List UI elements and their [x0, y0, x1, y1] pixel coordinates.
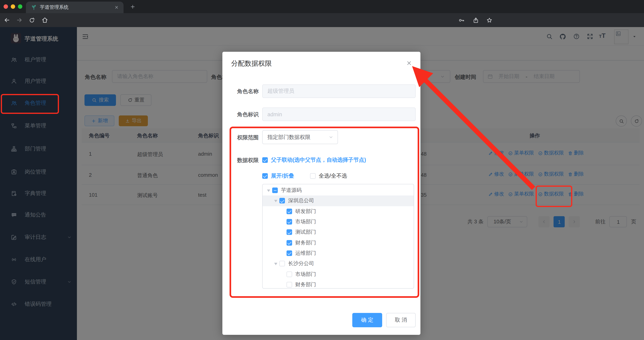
forward-icon[interactable]: [16, 17, 23, 23]
tree-checkbox-checked[interactable]: [279, 198, 285, 204]
dept-tree: 芋道源码 深圳总公司 研发部门 市场部门 测试部门 财务部门 运维部门 长沙分公…: [262, 184, 414, 289]
caret-down-icon[interactable]: [274, 200, 277, 204]
dialog-perm-label: 数据权限: [222, 157, 259, 164]
traffic-close-button[interactable]: [4, 4, 8, 8]
browser-tabstrip: 芋道管理系统: [0, 0, 644, 13]
confirm-button[interactable]: 确 定: [352, 313, 382, 327]
tab-favicon-leaf-icon: [31, 4, 37, 10]
tree-checkbox-unchecked[interactable]: [279, 261, 285, 266]
dialog-close-icon[interactable]: [406, 60, 412, 66]
dialog-title: 分配数据权限: [231, 59, 272, 68]
dialog-role-name-input[interactable]: [262, 84, 416, 98]
new-tab-icon[interactable]: [130, 4, 136, 9]
tree-checkbox-checked[interactable]: [286, 208, 292, 214]
tree-checkbox-indeterminate[interactable]: [272, 188, 278, 193]
reload-icon[interactable]: [29, 17, 35, 23]
share-icon[interactable]: [473, 17, 479, 23]
tree-checkbox-unchecked[interactable]: [286, 282, 292, 288]
select-chevron-down-icon: [328, 135, 334, 140]
dialog-role-key-input[interactable]: [262, 107, 416, 121]
traffic-minimize-button[interactable]: [11, 4, 15, 8]
home-icon[interactable]: [42, 17, 48, 23]
tree-checkbox-checked[interactable]: [286, 250, 292, 256]
tab-close-icon[interactable]: [114, 5, 119, 9]
tree-checkbox-checked[interactable]: [286, 219, 292, 225]
tree-node[interactable]: 测试部门: [262, 227, 414, 238]
tree-checkbox-checked[interactable]: [286, 230, 292, 235]
password-key-icon[interactable]: [458, 17, 465, 23]
expand-checkbox[interactable]: [262, 173, 268, 179]
tree-checkbox-unchecked[interactable]: [286, 271, 292, 277]
linkage-checkbox-row[interactable]: 父子联动(选中父节点，自动选择子节点): [262, 156, 366, 164]
tree-node[interactable]: 市场部门: [262, 269, 414, 280]
caret-down-icon[interactable]: [274, 263, 277, 267]
caret-down-icon[interactable]: [267, 189, 270, 193]
tree-node[interactable]: 财务部门: [262, 279, 414, 289]
expand-collapse-row: 展开/折叠 全选/全不选: [262, 172, 347, 180]
tree-checkbox-checked[interactable]: [286, 240, 292, 246]
linkage-label: 父子联动(选中父节点，自动选择子节点): [271, 156, 366, 164]
screen: 芋道管理系统 不安全 | dashboard.yudao.iocoder.cn/…: [0, 0, 644, 340]
assign-data-permission-dialog: 分配数据权限 角色名称 角色标识 权限范围 指定部门数据权限 数据权限 父子联动…: [222, 52, 420, 335]
scope-select[interactable]: 指定部门数据权限: [262, 130, 338, 144]
dialog-role-key-label: 角色标识: [222, 111, 259, 118]
select-all-label: 全选/全不选: [319, 172, 347, 180]
tree-node-root[interactable]: 芋道源码: [262, 185, 414, 196]
tree-node[interactable]: 深圳总公司: [262, 196, 414, 206]
tree-node[interactable]: 财务部门: [262, 238, 414, 248]
select-all-checkbox[interactable]: [310, 173, 316, 179]
bookmark-star-icon[interactable]: [486, 17, 492, 23]
tab-title: 芋道管理系统: [40, 4, 68, 11]
expand-label: 展开/折叠: [271, 172, 294, 180]
back-icon[interactable]: [4, 17, 10, 23]
linkage-checkbox[interactable]: [262, 157, 268, 163]
cancel-button[interactable]: 取 消: [386, 313, 416, 327]
tree-node[interactable]: 研发部门: [262, 206, 414, 217]
traffic-zoom-button[interactable]: [18, 4, 22, 8]
browser-toolbar: 不安全 | dashboard.yudao.iocoder.cn/system/…: [0, 13, 644, 27]
dialog-role-name-label: 角色名称: [222, 88, 259, 95]
tree-node[interactable]: 市场部门: [262, 217, 414, 227]
tree-node[interactable]: 长沙分公司: [262, 258, 414, 269]
dialog-scope-label: 权限范围: [222, 134, 259, 141]
tree-node[interactable]: 运维部门: [262, 248, 414, 259]
browser-tab[interactable]: 芋道管理系统: [26, 1, 124, 13]
